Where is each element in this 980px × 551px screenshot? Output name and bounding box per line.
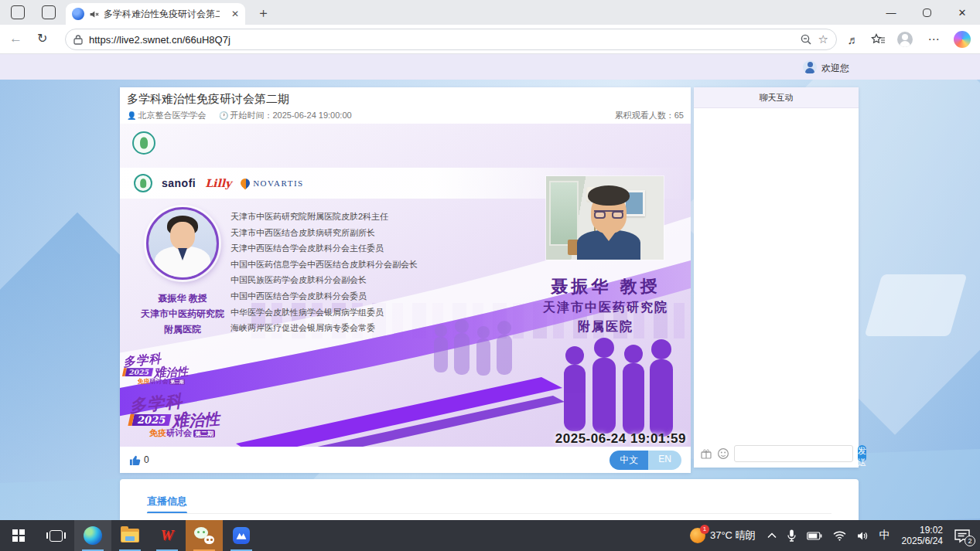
speaker-credentials: 天津市中医药研究院附属医院皮肤2科主任 天津市中西医结合皮肤病研究所副所长 天津… — [230, 209, 486, 336]
webpage: 欢迎您 多学科难治性免疫研讨会第二期 👤北京整合医学学会 🕐开始时间：2025-… — [0, 54, 980, 520]
like-count: 0 — [144, 454, 149, 465]
conference-logo-small: 多学科 2025难治性 免疫研讨会第二期 — [123, 352, 188, 385]
organizer: 👤北京整合医学学会 — [127, 110, 206, 121]
credential-line: 海峡两岸医疗促进会银屑病专委会常委 — [230, 320, 486, 336]
weather-text: 37°C 晴朗 — [710, 529, 756, 542]
overlay-speaker-org2: 附属医院 — [521, 319, 691, 335]
live-player-card: 多学科难治性免疫研讨会第二期 👤北京整合医学学会 🕐开始时间：2025-06-2… — [120, 87, 691, 473]
welcome-bar: 欢迎您 — [0, 54, 980, 80]
browser-toolbar: ← ↻ https://live2.swnet.cn/66uH8Q7j ☆ ♬ … — [0, 25, 980, 54]
conference-logo-watermark: 多学科 2025难治性 免疫研讨会第二期 — [129, 393, 220, 437]
volume-icon[interactable] — [852, 520, 874, 551]
microphone-icon[interactable] — [782, 520, 801, 551]
taskbar-meeting[interactable] — [223, 520, 260, 551]
new-tab-button[interactable]: ＋ — [257, 4, 270, 22]
tab-close-icon[interactable]: ✕ — [231, 9, 239, 19]
restore-button[interactable] — [909, 0, 944, 25]
organizer-icon: 👤 — [127, 111, 136, 120]
send-button[interactable]: 发送 — [858, 445, 866, 462]
gift-icon[interactable] — [700, 447, 712, 460]
tray-chevron[interactable] — [762, 520, 782, 551]
clock[interactable]: 19:022025/6/24 — [896, 520, 949, 551]
language-toggle[interactable]: 中文 EN — [610, 451, 681, 470]
ime-indicator[interactable]: 中 — [874, 520, 896, 551]
chat-input-row: 发送 — [694, 445, 859, 462]
sponsor-sanofi-logo: sanofi — [162, 177, 196, 189]
edge-icon — [84, 526, 102, 545]
tab-favicon — [72, 8, 84, 20]
chat-message-input[interactable] — [734, 445, 853, 462]
credential-line: 中国中西医结合学会皮肤科分会委员 — [230, 288, 486, 304]
address-bar[interactable]: https://live2.swnet.cn/66uH8Q7j ☆ — [65, 29, 837, 50]
close-button[interactable]: ✕ — [944, 0, 980, 25]
tab-live-info[interactable]: 直播信息 — [147, 495, 187, 508]
wifi-icon[interactable] — [828, 520, 852, 551]
media-controls-icon[interactable]: ♬ — [845, 31, 862, 48]
profile-avatar[interactable] — [897, 32, 913, 47]
tab-actions-icon[interactable] — [42, 5, 56, 19]
browser-tab[interactable]: 多学科难治性免疫研讨会第二 ✕ — [66, 3, 245, 25]
chat-panel: 聊天互动 发送 — [694, 87, 859, 468]
time: 19:02 — [902, 525, 943, 536]
tab-audio-muted-icon[interactable] — [89, 9, 99, 19]
meeting-app-icon — [233, 527, 250, 544]
favorites-bar-icon[interactable] — [869, 31, 886, 48]
speaker-photo — [146, 207, 219, 280]
tab-title: 多学科难治性免疫研讨会第二 — [104, 8, 220, 21]
credential-line: 天津市中西医结合皮肤病研究所副所长 — [230, 225, 486, 241]
zoom-indicator-icon[interactable] — [800, 33, 812, 46]
divider — [147, 513, 831, 514]
like-button[interactable]: 0 — [129, 454, 149, 466]
sponsor-novartis-logo: NOVARTIS — [241, 179, 304, 188]
credential-line: 中华医学会皮肤性病学会银屑病学组委员 — [230, 304, 486, 321]
workspaces-icon[interactable] — [11, 5, 25, 19]
date: 2025/6/24 — [902, 536, 943, 546]
overlay-speaker-name: 聂振华 教授 — [521, 275, 691, 298]
task-view-button[interactable] — [37, 520, 74, 551]
weather-badge: 1 — [700, 525, 709, 534]
society-logo — [132, 131, 155, 155]
credential-line: 天津中西医结合学会皮肤科分会主任委员 — [230, 240, 486, 257]
task-view-icon — [50, 530, 63, 542]
windows-taskbar: W 1 37°C 晴朗 中 19:022025/6/24 2 — [0, 520, 980, 551]
speaker-name: 聂振华 教授 — [120, 292, 245, 305]
thumbs-up-icon[interactable] — [129, 454, 141, 466]
taskbar-wechat[interactable] — [186, 520, 223, 551]
windows-logo-icon — [12, 529, 25, 542]
speaker-org-line1: 天津市中医药研究院 — [120, 308, 245, 321]
sponsor-lilly-logo: Lilly — [205, 177, 231, 189]
weather-sun-icon: 1 — [690, 528, 705, 543]
battery-icon[interactable] — [801, 520, 828, 551]
viewer-count: 累积观看人数：65 — [615, 110, 684, 121]
chat-title: 聊天互动 — [694, 87, 859, 108]
wechat-icon — [194, 527, 214, 544]
url-text[interactable]: https://live2.swnet.cn/66uH8Q7j — [89, 34, 794, 46]
welcome-text: 欢迎您 — [821, 62, 849, 75]
copilot-icon[interactable] — [954, 31, 971, 48]
user-avatar-icon[interactable] — [803, 60, 817, 74]
start-time: 🕐开始时间：2025-06-24 19:00:00 — [219, 110, 352, 121]
lang-zh-button[interactable]: 中文 — [610, 451, 648, 470]
stream-timestamp: 2025-06-24 19:01:59 — [555, 431, 686, 447]
taskbar-explorer[interactable] — [111, 520, 149, 551]
settings-more-icon[interactable]: ⋯ — [925, 31, 942, 48]
back-icon[interactable]: ← — [9, 31, 22, 46]
society-logo-small — [134, 174, 152, 192]
refresh-icon[interactable]: ↻ — [37, 31, 47, 46]
novartis-flame-icon — [239, 177, 252, 190]
taskbar-edge[interactable] — [74, 520, 111, 551]
credential-line: 中国中医药信息学会中西医结合皮肤科分会副会长 — [230, 257, 486, 273]
emoji-icon[interactable] — [717, 447, 729, 460]
taskbar-wps[interactable]: W — [149, 520, 186, 551]
background-decoration — [865, 274, 968, 336]
weather-widget[interactable]: 1 37°C 晴朗 — [684, 520, 762, 551]
lang-en-button[interactable]: EN — [648, 451, 681, 470]
minimize-button[interactable]: — — [873, 0, 909, 25]
credential-line: 天津市中医药研究院附属医院皮肤2科主任 — [230, 209, 486, 225]
video-player[interactable]: sanofi Lilly NOVARTIS 聂振华 教授 天津市中医药研究院 附… — [120, 124, 691, 447]
favorite-star-icon[interactable]: ☆ — [818, 32, 828, 46]
start-button[interactable] — [0, 520, 37, 551]
notification-center[interactable]: 2 — [949, 520, 980, 551]
lock-icon — [73, 34, 83, 45]
overlay-speaker-org1: 天津市中医药研究院 — [521, 300, 691, 316]
